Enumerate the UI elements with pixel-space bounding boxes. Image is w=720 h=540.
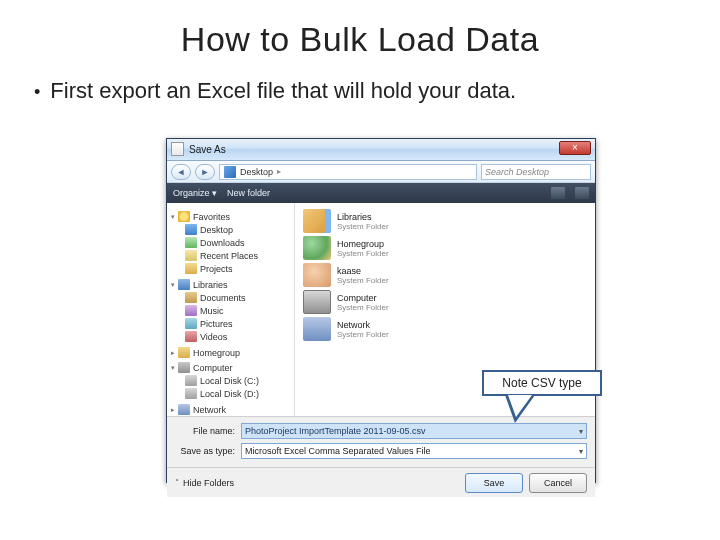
computer-label: Computer <box>193 363 233 373</box>
content-area: ▾ Favorites Desktop Downloads Recent Pla… <box>167 203 595 416</box>
save-button[interactable]: Save <box>465 473 523 493</box>
downloads-icon <box>185 237 197 248</box>
disk-icon <box>185 388 197 399</box>
libraries-label: Libraries <box>193 280 228 290</box>
collapse-icon: ▾ <box>171 364 175 372</box>
desktop-icon <box>224 166 236 178</box>
sidebar-group-libraries[interactable]: ▾ Libraries <box>171 279 294 290</box>
bullet-text: First export an Excel file that will hol… <box>50 77 516 105</box>
nav-bar: ◄ ► Desktop ▸ Search Desktop <box>167 161 595 183</box>
filename-label: File name: <box>175 426 235 436</box>
sidebar-group-favorites[interactable]: ▾ Favorites <box>171 211 294 222</box>
type-select[interactable]: Microsoft Excel Comma Separated Values F… <box>241 443 587 459</box>
network-icon <box>303 317 331 341</box>
collapse-icon: ▾ <box>171 281 175 289</box>
list-item[interactable]: HomegroupSystem Folder <box>303 236 591 260</box>
callout-note: Note CSV type <box>482 370 602 396</box>
nav-back-button[interactable]: ◄ <box>171 164 191 180</box>
videos-icon <box>185 331 197 342</box>
search-input[interactable]: Search Desktop <box>481 164 591 180</box>
music-icon <box>185 305 197 316</box>
sidebar-group-network[interactable]: ▸ Network <box>171 404 294 415</box>
homegroup-icon <box>303 236 331 260</box>
list-item[interactable]: NetworkSystem Folder <box>303 317 591 341</box>
sidebar-item-recent[interactable]: Recent Places <box>171 249 294 262</box>
list-item[interactable]: LibrariesSystem Folder <box>303 209 591 233</box>
user-icon <box>303 263 331 287</box>
bullet-dot: • <box>34 81 40 104</box>
network-icon <box>178 404 190 415</box>
toolbar: Organize ▾ New folder <box>167 183 595 203</box>
fields-area: File name: PhotoProject ImportTemplate 2… <box>167 416 595 467</box>
filename-input[interactable]: PhotoProject ImportTemplate 2011-09-05.c… <box>241 423 587 439</box>
organize-menu[interactable]: Organize ▾ <box>173 188 217 198</box>
sidebar-item-music[interactable]: Music <box>171 304 294 317</box>
libraries-icon <box>178 279 190 290</box>
sidebar-item-projects[interactable]: Projects <box>171 262 294 275</box>
hide-folders-toggle[interactable]: ˄ Hide Folders <box>175 478 234 488</box>
collapse-icon: ▾ <box>171 213 175 221</box>
type-label: Save as type: <box>175 446 235 456</box>
slide-bullet: • First export an Excel file that will h… <box>0 77 720 105</box>
chevron-down-icon[interactable]: ▾ <box>579 427 583 436</box>
slide-title: How to Bulk Load Data <box>0 0 720 77</box>
sidebar: ▾ Favorites Desktop Downloads Recent Pla… <box>167 203 295 416</box>
pictures-icon <box>185 318 197 329</box>
list-item[interactable]: ComputerSystem Folder <box>303 290 591 314</box>
chevron-up-icon: ˄ <box>175 478 179 487</box>
sidebar-item-disk-d[interactable]: Local Disk (D:) <box>171 387 294 400</box>
collapse-icon: ▸ <box>171 406 175 414</box>
save-as-dialog: Save As × ◄ ► Desktop ▸ Search Desktop O… <box>166 138 596 483</box>
documents-icon <box>185 292 197 303</box>
computer-icon <box>303 290 331 314</box>
sidebar-item-documents[interactable]: Documents <box>171 291 294 304</box>
sidebar-item-pictures[interactable]: Pictures <box>171 317 294 330</box>
sidebar-item-downloads[interactable]: Downloads <box>171 236 294 249</box>
titlebar: Save As × <box>167 139 595 161</box>
star-icon <box>178 211 190 222</box>
homegroup-icon <box>178 347 190 358</box>
new-folder-button[interactable]: New folder <box>227 188 270 198</box>
disk-icon <box>185 375 197 386</box>
network-label: Network <box>193 405 226 415</box>
sidebar-group-computer[interactable]: ▾ Computer <box>171 362 294 373</box>
breadcrumb-root: Desktop <box>240 167 273 177</box>
homegroup-label: Homegroup <box>193 348 240 358</box>
help-icon[interactable] <box>575 187 589 199</box>
sidebar-item-videos[interactable]: Videos <box>171 330 294 343</box>
dialog-footer: ˄ Hide Folders Save Cancel <box>167 467 595 497</box>
libraries-icon <box>303 209 331 233</box>
main-pane: LibrariesSystem Folder HomegroupSystem F… <box>295 203 595 416</box>
callout-tail <box>508 395 532 417</box>
chevron-down-icon[interactable]: ▾ <box>579 447 583 456</box>
document-icon <box>171 142 184 156</box>
cancel-button[interactable]: Cancel <box>529 473 587 493</box>
desktop-icon <box>185 224 197 235</box>
folder-icon <box>185 263 197 274</box>
sidebar-group-homegroup[interactable]: ▸ Homegroup <box>171 347 294 358</box>
list-item[interactable]: kaaseSystem Folder <box>303 263 591 287</box>
sidebar-item-disk-c[interactable]: Local Disk (C:) <box>171 374 294 387</box>
breadcrumb[interactable]: Desktop ▸ <box>219 164 477 180</box>
sidebar-item-desktop[interactable]: Desktop <box>171 223 294 236</box>
nav-forward-button[interactable]: ► <box>195 164 215 180</box>
computer-icon <box>178 362 190 373</box>
recent-icon <box>185 250 197 261</box>
favorites-label: Favorites <box>193 212 230 222</box>
dialog-title: Save As <box>189 144 226 155</box>
chevron-right-icon: ▸ <box>277 167 281 176</box>
close-button[interactable]: × <box>559 141 591 155</box>
view-icon[interactable] <box>551 187 565 199</box>
collapse-icon: ▸ <box>171 349 175 357</box>
